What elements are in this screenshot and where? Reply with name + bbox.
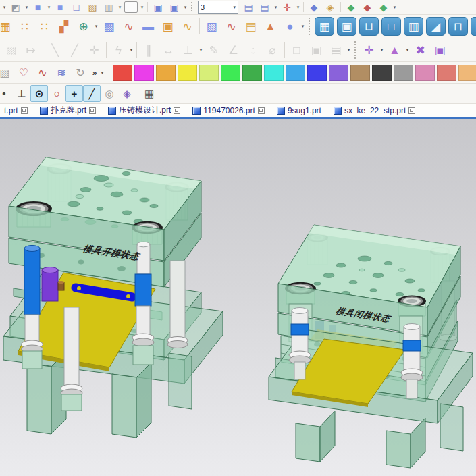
support-pillar[interactable] xyxy=(61,307,82,411)
color-swatch[interactable] xyxy=(372,65,392,81)
combo-arrow-icon[interactable]: ▾ xyxy=(233,5,236,10)
sphere-icon[interactable]: ● xyxy=(280,17,300,36)
stamp-arrow[interactable]: ▾ xyxy=(346,47,352,53)
section-view-icon[interactable]: ▥ xyxy=(101,0,117,14)
mold-model-closed[interactable]: 模具闭模状态 xyxy=(269,225,473,468)
guide-pillar[interactable] xyxy=(22,246,43,369)
extrude-icon[interactable]: ▦ xyxy=(0,17,15,36)
intersection-point-tool-icon[interactable]: ✛ xyxy=(84,41,104,59)
move-to-layer-icon[interactable]: ↦ xyxy=(21,41,41,59)
shaded-view-arrow[interactable]: ▾ xyxy=(46,5,52,10)
part-tab[interactable]: sx_ke_22_stp.prt xyxy=(329,104,423,117)
dimension-box-icon[interactable]: ↔ xyxy=(159,41,178,59)
swept-icon[interactable]: ∿ xyxy=(221,17,241,36)
trim-mold-icon[interactable]: ⊓ xyxy=(448,17,468,36)
part-tab[interactable]: 9sug1.prt xyxy=(273,104,329,117)
step-forward-icon[interactable]: ◆ xyxy=(375,0,392,14)
stamp-icon[interactable]: ▤ xyxy=(326,41,346,59)
toolbar-overflow-arrow[interactable]: ▾ xyxy=(1,5,7,10)
parting-tool-icon[interactable]: ◢ xyxy=(426,17,446,36)
shaded-view-icon[interactable]: ■ xyxy=(30,0,46,14)
diameter-dimension-icon[interactable]: ⌀ xyxy=(263,41,282,59)
boolean-arrow[interactable]: ▾ xyxy=(93,24,99,29)
existing-point-snap-icon[interactable]: + xyxy=(65,85,83,102)
color-swatch[interactable] xyxy=(415,65,435,81)
part-tab[interactable]: 扑克牌.prt xyxy=(36,104,104,117)
point-on-line-snap-icon[interactable]: ╱ xyxy=(83,85,101,102)
point-on-face-snap-icon[interactable]: ◎ xyxy=(101,85,118,102)
copy-object-icon[interactable]: ▣ xyxy=(430,41,450,59)
window-arrow[interactable]: ▾ xyxy=(182,5,188,10)
color-swatch[interactable] xyxy=(199,65,219,81)
wcs-arrow[interactable]: ▾ xyxy=(295,5,301,10)
toolbar-overflow-chevron[interactable]: » xyxy=(90,68,99,78)
color-swatch[interactable] xyxy=(264,65,284,81)
trimmed-body-icon[interactable]: ▩ xyxy=(99,17,119,36)
navigator-arrow[interactable]: ▾ xyxy=(273,5,279,10)
step-back-icon[interactable]: ◆ xyxy=(359,0,375,14)
graphics-window[interactable]: 模具开模状态 xyxy=(0,119,476,476)
part-tab[interactable]: 119470026.prt xyxy=(188,104,273,117)
curve-overflow-arrow[interactable]: ▾ xyxy=(99,70,105,76)
edit-feature-arrow[interactable]: ▾ xyxy=(404,47,411,53)
quick-trim-icon[interactable]: ϟ xyxy=(109,41,128,59)
vertical-dimension-icon[interactable]: ↕ xyxy=(243,41,263,59)
edit-feature-icon[interactable]: ▲ xyxy=(385,41,404,59)
datum-plane-snap-icon[interactable]: ◈ xyxy=(118,85,136,102)
color-swatch[interactable] xyxy=(242,65,262,81)
static-wireframe-icon[interactable]: □ xyxy=(68,0,84,14)
color-swatch[interactable] xyxy=(437,65,456,81)
face-analysis-icon[interactable]: ▧ xyxy=(84,0,101,14)
color-swatch[interactable] xyxy=(134,65,154,81)
bounded-plane-icon[interactable]: ▧ xyxy=(202,17,221,36)
pattern-geometry-icon[interactable]: ∷ xyxy=(34,17,54,36)
part-tab[interactable]: t.prt xyxy=(0,104,36,117)
color-swatch[interactable] xyxy=(350,65,370,81)
3d-viewport-canvas[interactable]: 模具开模状态 xyxy=(0,119,476,476)
extend-curve-icon[interactable]: ╱ xyxy=(65,41,84,59)
offset-face-icon[interactable]: ▣ xyxy=(158,17,178,36)
trim-curve-icon[interactable]: ╲ xyxy=(45,41,65,59)
snap-grid-icon[interactable]: ▦ xyxy=(140,85,158,102)
block-icon[interactable]: ▤ xyxy=(241,17,261,36)
flattened-sheet-icon[interactable]: ∿ xyxy=(33,64,52,82)
part-tab[interactable]: 压铸模设计.prt xyxy=(104,104,188,117)
open-in-window-icon[interactable] xyxy=(89,107,96,114)
parallel-constraint-icon[interactable]: ∥ xyxy=(139,41,159,59)
arc-center-snap-icon[interactable]: ⊙ xyxy=(30,85,48,102)
mirror-feature-icon[interactable]: ▞ xyxy=(54,17,74,36)
initialize-project-icon[interactable]: ▦ xyxy=(315,17,334,36)
point-on-curve-snap-icon[interactable]: • xyxy=(0,85,13,102)
edit-object-display-icon[interactable]: □ xyxy=(287,41,307,59)
color-swatch[interactable] xyxy=(307,65,327,81)
workpiece-icon[interactable]: ⊔ xyxy=(359,17,379,36)
pattern-feature-icon[interactable]: ∷ xyxy=(15,17,34,36)
new-window-icon[interactable]: ▣ xyxy=(150,0,166,14)
region-boundary-icon[interactable]: ♡ xyxy=(14,64,33,82)
visual-effects-icon[interactable]: ◈ xyxy=(322,0,338,14)
step-first-icon[interactable]: ◆ xyxy=(343,0,359,14)
quadrant-snap-icon[interactable]: ○ xyxy=(48,85,65,102)
open-in-window-icon[interactable] xyxy=(408,107,415,114)
color-swatch[interactable] xyxy=(286,65,305,81)
wcs-icon[interactable]: ✛ xyxy=(279,0,295,14)
assembly-navigator-icon[interactable]: ▤ xyxy=(240,0,257,14)
color-swatch[interactable] xyxy=(156,65,176,81)
view-toolbar-handle[interactable] xyxy=(190,1,194,13)
perpendicular-constraint-icon[interactable]: ⊥ xyxy=(178,41,198,59)
section-view-arrow[interactable]: ▾ xyxy=(117,5,123,10)
sew-icon[interactable]: ∿ xyxy=(178,17,197,36)
thicken-icon[interactable]: ▬ xyxy=(138,17,158,36)
support-pillar[interactable] xyxy=(167,261,188,348)
delete-object-icon[interactable]: ✖ xyxy=(411,41,430,59)
purple-punch[interactable] xyxy=(42,267,58,302)
color-swatch[interactable] xyxy=(113,65,132,81)
color-swatch[interactable] xyxy=(178,65,197,81)
edit-toolbar-handle[interactable] xyxy=(354,41,357,59)
wireframe-shaded-icon[interactable]: ■ xyxy=(52,0,68,14)
open-in-window-icon[interactable] xyxy=(258,107,265,114)
core-insert-icon[interactable]: ▥ xyxy=(404,17,423,36)
trimmed-sheet-icon[interactable]: ∿ xyxy=(119,17,138,36)
mold-csys-icon[interactable]: ▣ xyxy=(337,17,356,36)
window-cascade-icon[interactable]: ▣ xyxy=(166,0,182,14)
